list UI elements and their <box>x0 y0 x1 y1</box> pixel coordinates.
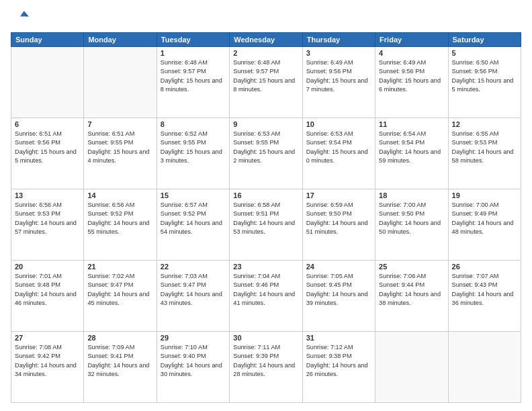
day-number: 8 <box>161 120 226 128</box>
day-info: Sunrise: 7:12 AMSunset: 9:38 PMDaylight:… <box>306 343 371 379</box>
day-number: 13 <box>15 191 80 199</box>
weekday-header: Friday <box>375 33 448 47</box>
day-number: 7 <box>87 120 152 128</box>
day-info: Sunrise: 6:55 AMSunset: 9:53 PMDaylight:… <box>452 130 517 165</box>
day-number: 21 <box>87 263 152 271</box>
day-info: Sunrise: 6:48 AMSunset: 9:57 PMDaylight:… <box>233 58 298 94</box>
day-number: 31 <box>306 334 371 342</box>
day-number: 3 <box>306 49 371 57</box>
day-info: Sunrise: 7:03 AMSunset: 9:47 PMDaylight:… <box>161 272 226 308</box>
header <box>11 8 521 27</box>
day-info: Sunrise: 7:05 AMSunset: 9:45 PMDaylight:… <box>306 272 371 308</box>
day-number: 23 <box>233 263 298 271</box>
calendar-cell: 2Sunrise: 6:48 AMSunset: 9:57 PMDaylight… <box>230 47 302 118</box>
calendar-cell: 27Sunrise: 7:08 AMSunset: 9:42 PMDayligh… <box>11 332 84 403</box>
calendar-cell <box>84 47 157 118</box>
calendar-cell: 12Sunrise: 6:55 AMSunset: 9:53 PMDayligh… <box>448 118 521 189</box>
weekday-header: Monday <box>84 33 157 47</box>
calendar-week-row: 20Sunrise: 7:01 AMSunset: 9:48 PMDayligh… <box>11 261 521 332</box>
calendar-cell: 25Sunrise: 7:06 AMSunset: 9:44 PMDayligh… <box>375 261 448 332</box>
day-info: Sunrise: 7:06 AMSunset: 9:44 PMDaylight:… <box>379 272 444 308</box>
day-info: Sunrise: 6:56 AMSunset: 9:52 PMDaylight:… <box>87 201 152 236</box>
day-info: Sunrise: 6:53 AMSunset: 9:55 PMDaylight:… <box>233 130 298 165</box>
logo-icon <box>11 8 30 27</box>
day-number: 9 <box>233 120 298 128</box>
day-info: Sunrise: 6:51 AMSunset: 9:55 PMDaylight:… <box>87 130 152 165</box>
day-info: Sunrise: 6:59 AMSunset: 9:50 PMDaylight:… <box>306 201 371 236</box>
day-number: 29 <box>161 334 226 342</box>
day-number: 5 <box>452 49 517 57</box>
calendar-cell: 8Sunrise: 6:52 AMSunset: 9:55 PMDaylight… <box>157 118 229 189</box>
calendar-cell: 29Sunrise: 7:10 AMSunset: 9:40 PMDayligh… <box>157 332 229 403</box>
calendar-cell: 9Sunrise: 6:53 AMSunset: 9:55 PMDaylight… <box>230 118 302 189</box>
calendar-cell: 10Sunrise: 6:53 AMSunset: 9:54 PMDayligh… <box>302 118 375 189</box>
calendar-cell: 6Sunrise: 6:51 AMSunset: 9:56 PMDaylight… <box>11 118 84 189</box>
calendar-cell: 7Sunrise: 6:51 AMSunset: 9:55 PMDaylight… <box>84 118 157 189</box>
calendar-cell: 3Sunrise: 6:49 AMSunset: 9:56 PMDaylight… <box>302 47 375 118</box>
calendar-cell: 16Sunrise: 6:58 AMSunset: 9:51 PMDayligh… <box>230 189 302 261</box>
calendar-cell <box>375 332 448 403</box>
day-info: Sunrise: 6:58 AMSunset: 9:51 PMDaylight:… <box>233 201 298 236</box>
day-number: 1 <box>161 49 226 57</box>
calendar-cell: 26Sunrise: 7:07 AMSunset: 9:43 PMDayligh… <box>448 261 521 332</box>
calendar-week-row: 1Sunrise: 6:48 AMSunset: 9:57 PMDaylight… <box>11 47 521 118</box>
calendar-cell: 13Sunrise: 6:56 AMSunset: 9:53 PMDayligh… <box>11 189 84 261</box>
calendar-cell: 20Sunrise: 7:01 AMSunset: 9:48 PMDayligh… <box>11 261 84 332</box>
calendar-cell: 22Sunrise: 7:03 AMSunset: 9:47 PMDayligh… <box>157 261 229 332</box>
day-number: 28 <box>87 334 152 342</box>
day-info: Sunrise: 7:01 AMSunset: 9:48 PMDaylight:… <box>15 272 80 308</box>
weekday-header: Wednesday <box>230 33 302 47</box>
day-number: 19 <box>452 191 517 199</box>
weekday-header: Saturday <box>448 33 521 47</box>
calendar-week-row: 6Sunrise: 6:51 AMSunset: 9:56 PMDaylight… <box>11 118 521 189</box>
day-number: 30 <box>233 334 298 342</box>
weekday-header: Thursday <box>302 33 375 47</box>
day-info: Sunrise: 6:50 AMSunset: 9:56 PMDaylight:… <box>452 58 517 94</box>
calendar-cell: 1Sunrise: 6:48 AMSunset: 9:57 PMDaylight… <box>157 47 229 118</box>
day-info: Sunrise: 7:11 AMSunset: 9:39 PMDaylight:… <box>233 343 298 379</box>
logo <box>11 8 32 27</box>
day-number: 11 <box>379 120 444 128</box>
page: SundayMondayTuesdayWednesdayThursdayFrid… <box>0 0 532 411</box>
day-info: Sunrise: 6:48 AMSunset: 9:57 PMDaylight:… <box>161 58 226 94</box>
weekday-header: Tuesday <box>157 33 229 47</box>
calendar-cell: 5Sunrise: 6:50 AMSunset: 9:56 PMDaylight… <box>448 47 521 118</box>
calendar-cell: 4Sunrise: 6:49 AMSunset: 9:56 PMDaylight… <box>375 47 448 118</box>
calendar-cell: 21Sunrise: 7:02 AMSunset: 9:47 PMDayligh… <box>84 261 157 332</box>
day-info: Sunrise: 7:00 AMSunset: 9:49 PMDaylight:… <box>452 201 517 236</box>
day-info: Sunrise: 7:00 AMSunset: 9:50 PMDaylight:… <box>379 201 444 236</box>
day-number: 18 <box>379 191 444 199</box>
calendar-cell: 18Sunrise: 7:00 AMSunset: 9:50 PMDayligh… <box>375 189 448 261</box>
day-info: Sunrise: 7:10 AMSunset: 9:40 PMDaylight:… <box>161 343 226 379</box>
day-number: 25 <box>379 263 444 271</box>
day-number: 17 <box>306 191 371 199</box>
day-info: Sunrise: 6:52 AMSunset: 9:55 PMDaylight:… <box>161 130 226 165</box>
calendar-cell: 23Sunrise: 7:04 AMSunset: 9:46 PMDayligh… <box>230 261 302 332</box>
calendar-cell: 28Sunrise: 7:09 AMSunset: 9:41 PMDayligh… <box>84 332 157 403</box>
day-info: Sunrise: 6:53 AMSunset: 9:54 PMDaylight:… <box>306 130 371 165</box>
day-info: Sunrise: 6:51 AMSunset: 9:56 PMDaylight:… <box>15 130 80 165</box>
day-number: 26 <box>452 263 517 271</box>
calendar-cell: 11Sunrise: 6:54 AMSunset: 9:54 PMDayligh… <box>375 118 448 189</box>
day-info: Sunrise: 7:07 AMSunset: 9:43 PMDaylight:… <box>452 272 517 308</box>
calendar-cell: 19Sunrise: 7:00 AMSunset: 9:49 PMDayligh… <box>448 189 521 261</box>
calendar-cell: 31Sunrise: 7:12 AMSunset: 9:38 PMDayligh… <box>302 332 375 403</box>
weekday-header: Sunday <box>11 33 84 47</box>
calendar-cell <box>11 47 84 118</box>
day-info: Sunrise: 7:08 AMSunset: 9:42 PMDaylight:… <box>15 343 80 379</box>
calendar-cell: 15Sunrise: 6:57 AMSunset: 9:52 PMDayligh… <box>157 189 229 261</box>
calendar-cell: 17Sunrise: 6:59 AMSunset: 9:50 PMDayligh… <box>302 189 375 261</box>
day-number: 27 <box>15 334 80 342</box>
day-number: 14 <box>87 191 152 199</box>
day-number: 16 <box>233 191 298 199</box>
day-info: Sunrise: 6:54 AMSunset: 9:54 PMDaylight:… <box>379 130 444 165</box>
day-info: Sunrise: 6:57 AMSunset: 9:52 PMDaylight:… <box>161 201 226 236</box>
day-number: 6 <box>15 120 80 128</box>
day-number: 24 <box>306 263 371 271</box>
day-number: 22 <box>161 263 226 271</box>
day-info: Sunrise: 6:49 AMSunset: 9:56 PMDaylight:… <box>306 58 371 94</box>
day-number: 15 <box>161 191 226 199</box>
day-number: 10 <box>306 120 371 128</box>
calendar-cell: 30Sunrise: 7:11 AMSunset: 9:39 PMDayligh… <box>230 332 302 403</box>
calendar-cell: 14Sunrise: 6:56 AMSunset: 9:52 PMDayligh… <box>84 189 157 261</box>
